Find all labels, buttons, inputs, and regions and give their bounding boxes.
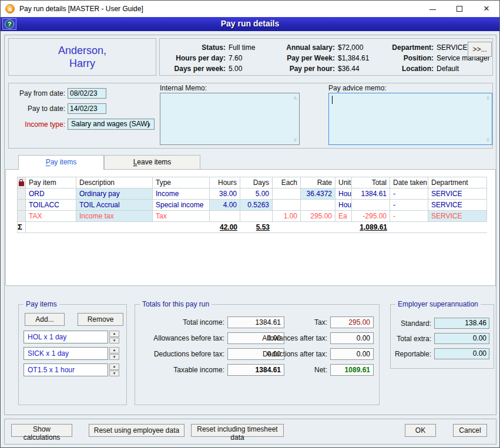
info-value: $1,384.61: [338, 53, 369, 64]
income-type-select[interactable]: Salary and wages (SAW) ∨: [68, 119, 155, 130]
row-selector[interactable]: [18, 211, 26, 222]
table-cell[interactable]: [301, 200, 335, 211]
pay-from-date-input[interactable]: [68, 88, 106, 99]
table-cell[interactable]: 295.00: [301, 211, 335, 222]
quick-pay-item-field[interactable]: OT1.5 x 1 hour: [24, 363, 108, 376]
table-cell[interactable]: Hour: [335, 200, 352, 211]
quick-pay-item-field[interactable]: SICK x 1 day: [24, 347, 108, 360]
super-value-field[interactable]: 0.00: [434, 348, 489, 359]
add-button[interactable]: Add...: [25, 313, 65, 326]
spin-down-icon[interactable]: ▼: [109, 370, 119, 377]
table-cell[interactable]: SERVICE: [428, 188, 487, 200]
table-cell[interactable]: Income tax: [76, 211, 153, 222]
table-cell[interactable]: Hour: [335, 188, 352, 200]
spin-up-icon[interactable]: ▲: [109, 363, 119, 370]
quantity-stepper: ▲▼: [109, 347, 119, 360]
sum-cell: [428, 222, 487, 233]
lock-icon: [19, 181, 24, 186]
info-label: Annual salary:: [270, 43, 335, 53]
super-label: Standard:: [401, 319, 434, 328]
employee-name-line2: Harry: [69, 57, 95, 70]
table-cell[interactable]: TAX: [26, 211, 76, 222]
scroll-up-icon[interactable]: ∧: [293, 95, 297, 101]
scroll-up-icon[interactable]: ∧: [486, 95, 490, 101]
table-cell[interactable]: -: [390, 200, 428, 211]
table-cell[interactable]: [352, 200, 390, 211]
table-cell[interactable]: 0.5263: [240, 200, 273, 211]
pay-to-date-label: Pay to date:: [14, 105, 65, 113]
info-value: $36.44: [338, 64, 360, 75]
table-cell[interactable]: [240, 211, 273, 222]
table-cell[interactable]: ORD: [26, 188, 76, 200]
table-cell[interactable]: 1384.61: [352, 188, 390, 200]
show-calculations-button[interactable]: Show calculations: [11, 424, 72, 437]
tab-leave-items[interactable]: Leave items: [104, 155, 200, 169]
scroll-down-icon[interactable]: ∨: [486, 137, 490, 143]
spin-up-icon[interactable]: ▲: [109, 347, 119, 353]
sum-cell: [26, 222, 76, 233]
table-cell[interactable]: SERVICE: [428, 211, 487, 222]
close-button[interactable]: ✕: [476, 1, 496, 17]
table-cell[interactable]: [210, 211, 240, 222]
quick-pay-item: HOL x 1 day▲▼: [24, 331, 119, 343]
remove-button[interactable]: Remove: [78, 313, 123, 326]
super-groupbox: Employer superannuation Standard:138.46T…: [390, 304, 494, 369]
table-cell[interactable]: [273, 188, 301, 200]
quick-pay-item-field[interactable]: HOL x 1 day: [24, 331, 108, 343]
table-cell[interactable]: -295.00: [352, 211, 390, 222]
table-cell[interactable]: 38.00: [210, 188, 240, 200]
info-value: SERVICE: [437, 43, 467, 53]
quick-pay-item-list: HOL x 1 day▲▼SICK x 1 day▲▼OT1.5 x 1 hou…: [24, 331, 119, 380]
table-cell[interactable]: Ordinary pay: [76, 188, 153, 200]
ok-button[interactable]: OK: [405, 424, 436, 437]
sum-cell: [390, 222, 428, 233]
totals-row: Net:1089.61: [256, 364, 374, 376]
reset-including-timesheet-data-button[interactable]: Reset including timesheet data: [191, 424, 284, 437]
super-value-field[interactable]: 138.46: [434, 318, 489, 329]
row-selector[interactable]: [18, 200, 26, 211]
reset-using-employee-data-button[interactable]: Reset using employee data: [89, 424, 184, 437]
table-cell[interactable]: 36.4372: [301, 188, 335, 200]
super-legend: Employer superannuation: [395, 300, 481, 308]
internal-memo-textarea[interactable]: ∧ ∨: [160, 93, 300, 145]
row-selector[interactable]: [18, 188, 26, 200]
cancel-button[interactable]: Cancel: [453, 424, 487, 437]
spin-down-icon[interactable]: ▼: [109, 354, 119, 361]
pay-items-groupbox: Pay items Add... Remove HOL x 1 day▲▼SIC…: [18, 304, 127, 405]
pay-run-details-window: a Pay run details [MASTER - User Guide] …: [0, 0, 500, 448]
pay-items-table: Pay itemDescriptionTypeHoursDaysEachRate…: [17, 177, 487, 233]
table-cell[interactable]: -: [390, 211, 428, 222]
table-cell[interactable]: SERVICE: [428, 200, 487, 211]
spin-up-icon[interactable]: ▲: [109, 331, 119, 337]
table-cell[interactable]: 5.00: [240, 188, 273, 200]
pay-to-date-input[interactable]: [68, 103, 106, 114]
table-cell[interactable]: TOILACC: [26, 200, 76, 211]
totals-row: Allowances after tax:0.00: [256, 332, 374, 344]
minimize-button[interactable]: [422, 1, 442, 17]
employee-info-row: Days per week:5.00: [165, 64, 270, 75]
totals-value-field: 295.00: [330, 316, 374, 328]
expand-details-button[interactable]: >>...: [468, 42, 492, 57]
table-cell[interactable]: TOIL Accrual: [76, 200, 153, 211]
maximize-button[interactable]: [449, 1, 469, 17]
sum-cell: 42.00: [210, 222, 240, 233]
scroll-down-icon[interactable]: ∨: [293, 137, 297, 143]
table-cell[interactable]: [273, 200, 301, 211]
table-cell[interactable]: 4.00: [210, 200, 240, 211]
pay-advice-memo-textarea[interactable]: ∧ ∨: [328, 93, 492, 145]
table-cell[interactable]: 1.00: [273, 211, 301, 222]
income-type-value: Salary and wages (SAW): [71, 120, 150, 128]
table-cell[interactable]: Ea: [335, 211, 352, 222]
table-header-cell: Department: [428, 177, 487, 188]
info-label: Position:: [387, 53, 434, 64]
sum-cell: [335, 222, 352, 233]
table-cell[interactable]: Tax: [153, 211, 210, 222]
spin-down-icon[interactable]: ▼: [109, 338, 119, 344]
table-cell[interactable]: Income: [153, 188, 210, 200]
table-cell[interactable]: Special income: [153, 200, 210, 211]
employee-info-row: Annual salary:$72,000: [270, 43, 387, 53]
super-value-field[interactable]: 0.00: [434, 333, 489, 344]
info-value: $72,000: [338, 43, 363, 53]
table-cell[interactable]: -: [390, 188, 428, 200]
tab-pay-items[interactable]: Pay items: [18, 155, 104, 170]
